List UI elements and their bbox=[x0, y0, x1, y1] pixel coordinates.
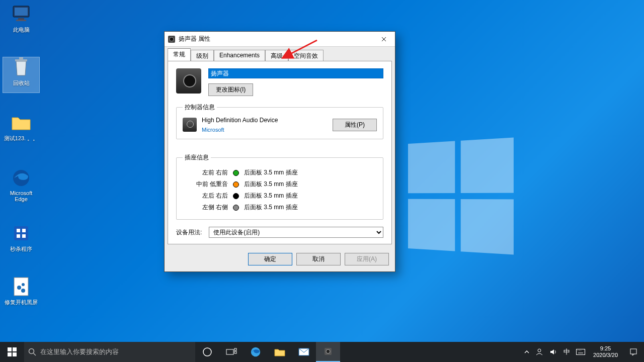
edge-icon bbox=[11, 168, 31, 188]
cancel-button[interactable]: 取消 bbox=[296, 253, 341, 265]
tray-date: 2020/3/20 bbox=[593, 352, 618, 358]
svg-rect-20 bbox=[13, 347, 17, 351]
icon-label: 秒杀程序 bbox=[10, 246, 32, 252]
jack-row: 左侧 右侧 后面板 3.5 mm 插座 bbox=[183, 202, 377, 213]
svg-point-33 bbox=[538, 349, 541, 352]
svg-rect-39 bbox=[630, 349, 636, 354]
svg-rect-12 bbox=[14, 278, 28, 296]
system-tray: 中 9:25 2020/3/20 bbox=[521, 342, 644, 362]
jack-dot-icon bbox=[233, 193, 239, 199]
svg-rect-11 bbox=[22, 234, 26, 238]
tray-notifications-icon[interactable] bbox=[623, 348, 644, 356]
desktop-icon-edge[interactable]: Microsoft Edge bbox=[3, 168, 39, 202]
desktop-icon-this-pc[interactable]: 此电脑 bbox=[3, 4, 39, 34]
svg-point-15 bbox=[22, 283, 25, 286]
controller-name: High Definition Audio Device bbox=[202, 117, 328, 124]
search-placeholder: 在这里输入你要搜索的内容 bbox=[40, 347, 119, 356]
jack-dot-icon bbox=[233, 205, 239, 211]
controller-icon bbox=[183, 118, 197, 132]
taskbar-app-mail[interactable] bbox=[292, 342, 316, 362]
svg-rect-9 bbox=[22, 229, 26, 232]
dialog-title: 扬声器 属性 bbox=[179, 35, 373, 43]
device-usage-select[interactable]: 使用此设备(启用) bbox=[209, 227, 383, 238]
speaker-icon bbox=[168, 35, 176, 43]
tab-general[interactable]: 常规 bbox=[168, 48, 191, 61]
svg-rect-5 bbox=[19, 57, 23, 59]
change-icon-button[interactable]: 更改图标(I) bbox=[208, 83, 253, 96]
apply-button[interactable]: 应用(A) bbox=[345, 253, 389, 265]
tray-clock[interactable]: 9:25 2020/3/20 bbox=[588, 345, 623, 358]
folder-icon bbox=[11, 113, 31, 133]
taskbar-taskview[interactable] bbox=[219, 342, 244, 362]
svg-point-23 bbox=[29, 349, 34, 354]
svg-rect-8 bbox=[17, 229, 20, 232]
svg-rect-2 bbox=[18, 18, 24, 20]
controller-properties-button[interactable]: 属性(P) bbox=[333, 119, 377, 131]
taskbar-cortana[interactable] bbox=[195, 342, 219, 362]
tray-time: 9:25 bbox=[593, 345, 618, 352]
jack-desc: 后面板 3.5 mm 插座 bbox=[244, 192, 298, 200]
jack-desc: 后面板 3.5 mm 插座 bbox=[244, 168, 298, 177]
tray-volume-icon[interactable] bbox=[546, 342, 560, 362]
taskbar-app-sound[interactable] bbox=[316, 342, 340, 362]
tray-chevron-up-icon[interactable] bbox=[521, 342, 532, 362]
desktop: 此电脑 回收站 测试123. 。。 Microsoft Edge 秒杀程序 修复… bbox=[0, 0, 644, 362]
jack-legend: 插座信息 bbox=[183, 153, 211, 162]
tray-ime-indicator[interactable]: 中 bbox=[560, 342, 573, 362]
jack-desc: 后面板 3.5 mm 插座 bbox=[244, 203, 298, 212]
jack-info-group: 插座信息 左前 右前 后面板 3.5 mm 插座 中前 低重音 后面板 3.5 … bbox=[176, 153, 383, 220]
jack-dot-icon bbox=[233, 170, 239, 176]
taskbar: 在这里输入你要搜索的内容 bbox=[0, 342, 644, 362]
svg-point-13 bbox=[17, 286, 21, 290]
jack-desc: 后面板 3.5 mm 插座 bbox=[244, 180, 298, 189]
svg-rect-34 bbox=[577, 349, 585, 355]
svg-point-17 bbox=[170, 37, 174, 41]
settings-file-icon bbox=[11, 277, 31, 297]
tray-keyboard-icon[interactable] bbox=[573, 342, 588, 362]
device-name-input[interactable] bbox=[208, 68, 383, 78]
svg-rect-7 bbox=[14, 226, 28, 240]
svg-rect-3 bbox=[16, 20, 26, 21]
jack-row: 中前 低重音 后面板 3.5 mm 插座 bbox=[183, 178, 377, 190]
tabstrip: 常规 级别 Enhancements 高级 空间音效 bbox=[165, 47, 395, 61]
jack-label: 左侧 右侧 bbox=[183, 203, 228, 212]
jack-label: 中前 低重音 bbox=[183, 180, 228, 189]
svg-rect-10 bbox=[17, 234, 20, 238]
icon-label: 测试123. 。。 bbox=[4, 135, 38, 141]
taskbar-app-explorer[interactable] bbox=[268, 342, 292, 362]
svg-point-25 bbox=[203, 348, 211, 356]
svg-rect-26 bbox=[226, 349, 233, 354]
search-icon bbox=[28, 348, 36, 356]
jack-row: 左后 右后 后面板 3.5 mm 插座 bbox=[183, 190, 377, 202]
wallpaper-logo bbox=[408, 137, 514, 254]
icon-label: Microsoft Edge bbox=[10, 190, 33, 202]
jack-dot-icon bbox=[233, 182, 239, 188]
taskbar-app-edge[interactable] bbox=[244, 342, 268, 362]
jack-label: 左后 右后 bbox=[183, 192, 228, 200]
desktop-icon-seckill[interactable]: 秒杀程序 bbox=[3, 223, 39, 253]
svg-rect-1 bbox=[15, 8, 28, 16]
speaker-properties-dialog: 扬声器 属性 常规 级别 Enhancements 高级 空间音效 更改图标(I… bbox=[164, 31, 395, 272]
jack-row: 左前 右前 后面板 3.5 mm 插座 bbox=[183, 167, 377, 178]
desktop-icon-recycle-bin[interactable]: 回收站 bbox=[3, 57, 39, 93]
desktop-icon-folder-test[interactable]: 测试123. 。。 bbox=[3, 113, 39, 142]
recycle-bin-icon bbox=[11, 57, 31, 77]
svg-point-14 bbox=[21, 289, 25, 293]
ok-button[interactable]: 确定 bbox=[248, 253, 292, 265]
tray-people-icon[interactable] bbox=[532, 342, 546, 362]
app-icon bbox=[11, 223, 31, 243]
taskbar-search[interactable]: 在这里输入你要搜索的内容 bbox=[24, 342, 195, 362]
svg-rect-4 bbox=[15, 59, 27, 61]
close-button[interactable] bbox=[373, 32, 395, 47]
titlebar[interactable]: 扬声器 属性 bbox=[165, 32, 395, 47]
jack-label: 左前 右前 bbox=[183, 168, 228, 177]
svg-rect-21 bbox=[8, 352, 12, 356]
computer-icon bbox=[11, 4, 31, 24]
svg-line-24 bbox=[34, 353, 36, 356]
icon-label: 修复开机黑屏 bbox=[5, 299, 38, 305]
controller-vendor: Microsoft bbox=[202, 127, 328, 133]
start-button[interactable] bbox=[0, 342, 24, 362]
icon-label: 回收站 bbox=[13, 80, 30, 86]
svg-rect-27 bbox=[234, 348, 236, 350]
desktop-icon-fix-boot[interactable]: 修复开机黑屏 bbox=[3, 277, 39, 306]
